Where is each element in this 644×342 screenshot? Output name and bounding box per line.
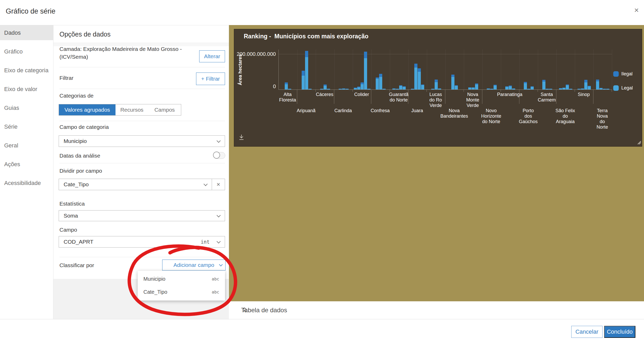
download-chart-button[interactable] xyxy=(238,134,245,142)
bar-group-lucas-do-ro-verde xyxy=(427,50,445,89)
sidebar-item-acessibilidade[interactable]: Acessibilidade xyxy=(0,176,53,190)
bar-segment-legal xyxy=(339,89,342,89)
bar-segment-ilegal xyxy=(542,80,545,82)
stacked-bar xyxy=(487,88,490,89)
bar-segment-legal xyxy=(603,89,606,89)
y-tick-200b: 200.000.000.000 xyxy=(234,51,276,57)
menu-item-cate_tipo[interactable]: Cate_Tipoabc xyxy=(138,285,225,298)
classificar-por-label: Classificar por xyxy=(59,262,94,268)
bar-segment-ilegal xyxy=(584,80,587,82)
category-label: Colider xyxy=(346,92,377,97)
sidebar-item-série[interactable]: Série xyxy=(0,119,53,134)
stacked-bar xyxy=(490,89,493,89)
bar-segment-legal xyxy=(475,85,478,89)
field-type-badge: int xyxy=(201,239,210,245)
bar-segment-legal xyxy=(549,89,552,89)
category-label: Aripuanã xyxy=(290,108,322,113)
sidebar-item-geral[interactable]: Geral xyxy=(0,138,53,153)
bar-segment-legal xyxy=(382,89,386,89)
campo-categoria-value: Municipio xyxy=(64,138,87,144)
category-label: Paranatinga xyxy=(494,92,525,97)
chevrons-up-icon[interactable] xyxy=(241,306,637,315)
segment-valores-agrupados[interactable]: Valores agrupados xyxy=(59,104,116,115)
bar-segment-ilegal xyxy=(364,52,367,58)
sidebar-item-eixo-de-valor[interactable]: Eixo de valor xyxy=(0,82,53,97)
segment-recursos[interactable]: Recursos xyxy=(116,104,148,115)
legend-item-ilegal[interactable]: Ilegal xyxy=(613,71,633,77)
stacked-bar xyxy=(546,89,549,89)
clear-field-button[interactable]: × xyxy=(212,179,225,190)
bar-segment-ilegal xyxy=(305,51,308,57)
stacked-bar xyxy=(588,86,591,89)
menu-item-municipio[interactable]: Municipioabc xyxy=(138,272,225,285)
stacked-bar xyxy=(578,89,581,89)
stacked-bar xyxy=(382,89,386,89)
estatistica-value: Soma xyxy=(64,213,78,219)
add-field-dropdown-menu: MunicipioabcCate_Tipoabc xyxy=(138,271,225,301)
stacked-bar xyxy=(399,85,402,89)
stacked-bar xyxy=(379,74,382,89)
category-tick xyxy=(575,90,575,92)
stacked-bar xyxy=(451,75,454,89)
bar-group-novo-horizonte-do-norte xyxy=(482,50,501,89)
bar-segment-legal xyxy=(320,89,323,89)
sidebar-item-ações[interactable]: Ações xyxy=(0,157,53,172)
category-label: Nova Bandeirantes xyxy=(439,108,470,119)
category-tick xyxy=(464,90,464,92)
stacked-bar xyxy=(411,89,414,89)
stacked-bar xyxy=(285,82,288,89)
dividir-por-campo-select[interactable]: Cate_Tipo xyxy=(59,179,212,190)
bar-segment-legal xyxy=(288,89,291,89)
sidebar-item-dados[interactable]: Dados xyxy=(0,25,53,40)
data-table-bar[interactable]: Tabela de dados xyxy=(229,301,644,319)
campo-categoria-select[interactable]: Municipio xyxy=(59,135,225,147)
chevron-down-icon xyxy=(219,263,223,266)
datas-analise-toggle[interactable] xyxy=(213,152,225,159)
alterar-button[interactable]: Alterar xyxy=(199,50,225,62)
bar-segment-legal xyxy=(546,89,549,89)
sidebar-item-guias[interactable]: Guias xyxy=(0,100,53,115)
stacked-bar xyxy=(584,80,587,89)
legend-item-legal[interactable]: Legal xyxy=(613,85,633,91)
category-tick xyxy=(501,90,501,92)
bar-segment-legal xyxy=(509,86,512,89)
category-tick xyxy=(427,90,427,92)
sidebar-item-gráfico[interactable]: Gráfico xyxy=(0,44,53,59)
stacked-bar xyxy=(581,88,584,89)
category-label: Carlinda xyxy=(327,108,359,113)
sidebar-item-eixo-de-categoria[interactable]: Eixo de categoria xyxy=(0,63,53,78)
close-icon[interactable]: × xyxy=(634,6,639,14)
estatistica-label: Estatística xyxy=(59,201,85,207)
campo-select[interactable]: COD_APRT int xyxy=(59,236,225,248)
done-button[interactable]: Concluído xyxy=(604,326,635,338)
bar-segment-ilegal xyxy=(451,75,454,77)
segment-campos[interactable]: Campos xyxy=(148,104,181,115)
sidebar: DadosGráficoEixo de categoriaEixo de val… xyxy=(0,25,53,319)
bar-group-aripuanã xyxy=(297,50,316,89)
bar-segment-legal xyxy=(588,86,591,89)
adicionar-campo-button[interactable]: Adicionar campo xyxy=(162,260,226,271)
plot-area xyxy=(278,50,612,90)
bar-segment-legal xyxy=(566,85,569,89)
bar-segment-legal xyxy=(431,89,434,89)
estatistica-select[interactable]: Soma xyxy=(59,210,225,221)
chevron-down-icon xyxy=(217,139,221,143)
cancel-button[interactable]: Cancelar xyxy=(571,326,603,338)
bar-segment-legal xyxy=(345,89,349,89)
bar-segment-legal xyxy=(396,89,399,89)
bar-group-guarantã-do-norte xyxy=(390,50,408,89)
stacked-bar xyxy=(327,89,330,89)
bar-segment-legal xyxy=(418,72,421,89)
menu-item-label: Cate_Tipo xyxy=(143,289,167,295)
resize-handle[interactable] xyxy=(637,140,641,146)
stacked-bar xyxy=(531,86,534,89)
stacked-bar xyxy=(596,80,599,89)
bar-segment-ilegal xyxy=(361,82,364,84)
bar-segment-legal xyxy=(361,84,364,89)
bar-segment-legal xyxy=(542,82,545,89)
category-label: Cáceres xyxy=(309,92,340,97)
filtrar-button[interactable]: + Filtrar xyxy=(196,73,225,85)
stacked-bar xyxy=(288,89,291,89)
stacked-bar xyxy=(494,85,497,89)
bar-segment-ilegal xyxy=(418,68,421,72)
